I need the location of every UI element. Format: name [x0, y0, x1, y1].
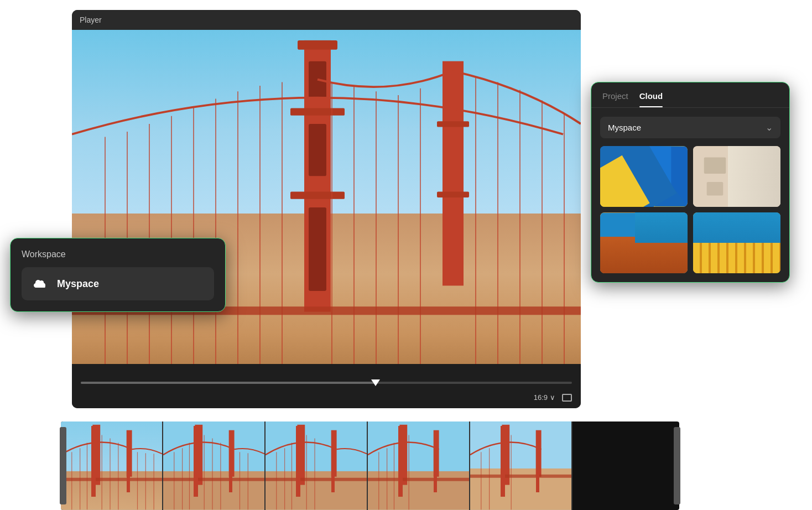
- svg-rect-59: [297, 425, 305, 485]
- player-window: Player: [72, 10, 581, 408]
- cloud-workspace-dropdown[interactable]: Myspace ⌄: [600, 117, 780, 138]
- svg-rect-117: [778, 239, 780, 273]
- filmstrip-frame: [470, 421, 572, 510]
- player-timeline: (function() { const container = document…: [72, 364, 581, 408]
- svg-rect-3: [290, 192, 345, 199]
- svg-rect-56: [163, 478, 264, 481]
- svg-rect-105: [693, 213, 780, 241]
- workspace-panel-title: Workspace: [22, 249, 214, 259]
- svg-rect-111: [728, 239, 734, 273]
- svg-rect-102: [663, 241, 677, 273]
- scrubber-bar[interactable]: [81, 382, 572, 384]
- svg-rect-100: [617, 241, 639, 273]
- mini-bridge-3: [266, 421, 367, 510]
- svg-rect-7: [443, 61, 464, 286]
- cloud-thumb-2[interactable]: [693, 146, 780, 207]
- cloud-thumb-4[interactable]: [693, 212, 780, 273]
- chevron-down-icon: ⌄: [766, 122, 773, 133]
- svg-rect-88: [600, 168, 633, 206]
- svg-rect-75: [368, 478, 469, 481]
- svg-rect-9: [437, 192, 469, 197]
- cloud-icon: [32, 275, 49, 293]
- svg-rect-92: [704, 157, 726, 174]
- svg-rect-115: [761, 239, 767, 273]
- cloud-panel-content: Myspace ⌄: [591, 108, 789, 282]
- filmstrip-handle-right[interactable]: [674, 427, 680, 504]
- filmstrip[interactable]: [61, 421, 679, 510]
- svg-rect-91: [693, 147, 740, 207]
- filmstrip-frame: [368, 421, 470, 510]
- svg-rect-69: [399, 425, 407, 485]
- svg-rect-99: [600, 240, 688, 273]
- svg-rect-6: [309, 207, 326, 291]
- thumb-3-image: [600, 212, 688, 273]
- workspace-panel: Workspace Myspace: [10, 238, 226, 312]
- player-title: Player: [80, 15, 102, 24]
- svg-rect-33: [127, 430, 132, 477]
- aspect-ratio-chevron: ∨: [550, 393, 555, 402]
- svg-rect-58: [266, 471, 367, 509]
- timeline-dots: (function() { const container = document…: [72, 391, 581, 395]
- filmstrip-inner: [61, 421, 679, 510]
- svg-rect-101: [644, 241, 660, 273]
- filmstrip-frame: [61, 421, 163, 510]
- svg-rect-32: [92, 425, 100, 485]
- cloud-thumb-1[interactable]: [600, 146, 688, 207]
- svg-rect-113: [745, 239, 751, 273]
- svg-rect-31: [61, 471, 162, 509]
- workspace-myspace-label: Myspace: [57, 278, 99, 290]
- aspect-ratio-label: 16:9: [534, 393, 548, 402]
- thumb-4-image: [693, 212, 780, 273]
- scrubber-fill: [81, 382, 376, 384]
- scrubber-playhead: [371, 379, 380, 386]
- svg-rect-2: [290, 108, 345, 116]
- svg-rect-95: [748, 182, 770, 199]
- tab-cloud[interactable]: Cloud: [639, 91, 663, 107]
- svg-rect-83: [470, 475, 571, 478]
- mini-bridge-5: [470, 421, 571, 510]
- mini-bridge-1: [61, 421, 162, 510]
- fullscreen-button[interactable]: [562, 394, 572, 402]
- svg-rect-116: [769, 239, 775, 273]
- svg-rect-87: [627, 147, 671, 188]
- svg-rect-5: [309, 124, 326, 176]
- cloud-panel-tabs: Project Cloud: [591, 82, 789, 108]
- svg-rect-68: [368, 471, 469, 509]
- svg-rect-103: [600, 241, 614, 273]
- svg-rect-114: [753, 239, 759, 273]
- svg-rect-109: [712, 239, 718, 273]
- thumb-1-image: [600, 146, 688, 207]
- filmstrip-handle-left[interactable]: [60, 427, 66, 504]
- cloud-thumbnail-grid: [600, 146, 780, 273]
- svg-rect-108: [704, 239, 710, 273]
- cloud-thumb-3[interactable]: [600, 212, 688, 273]
- svg-rect-47: [229, 430, 235, 477]
- mini-bridge-4: [368, 421, 469, 510]
- workspace-myspace-item[interactable]: Myspace: [22, 267, 214, 300]
- svg-rect-43: [61, 478, 162, 481]
- svg-rect-46: [195, 425, 202, 485]
- svg-rect-8: [437, 121, 469, 127]
- svg-rect-104: [693, 213, 780, 273]
- svg-rect-98: [647, 213, 688, 243]
- aspect-ratio-button[interactable]: 16:9 ∨: [534, 393, 555, 402]
- svg-rect-45: [163, 471, 264, 509]
- svg-rect-106: [693, 239, 780, 273]
- tab-project[interactable]: Project: [602, 91, 628, 107]
- svg-rect-94: [745, 155, 769, 174]
- svg-rect-93: [707, 182, 723, 196]
- bridge-image: [72, 30, 581, 364]
- svg-rect-110: [720, 239, 726, 273]
- player-video-area: [72, 30, 581, 364]
- cloud-dropdown-label: Myspace: [608, 123, 641, 132]
- aspect-control: 16:9 ∨: [534, 393, 572, 402]
- svg-rect-79: [536, 430, 542, 477]
- mini-bridge-2: [163, 421, 264, 510]
- svg-rect-86: [600, 179, 655, 206]
- svg-rect-1: [298, 40, 337, 50]
- cloud-panel: Project Cloud Myspace ⌄: [591, 82, 790, 283]
- player-title-bar: Player: [72, 10, 581, 30]
- svg-rect-107: [696, 239, 701, 273]
- svg-rect-60: [331, 430, 337, 477]
- bridge-svg: [72, 30, 581, 364]
